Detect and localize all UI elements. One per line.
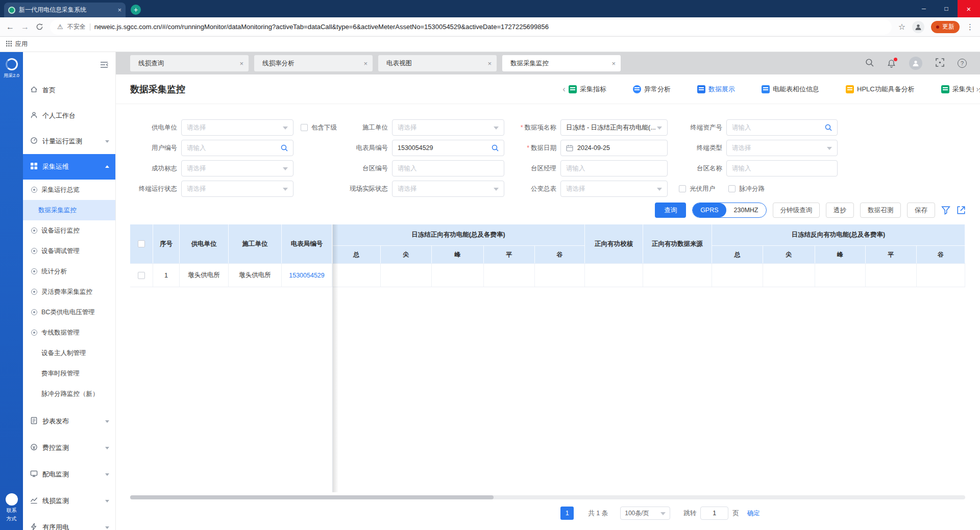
public-transformer-select[interactable]: 请选择: [560, 181, 668, 197]
search-icon[interactable]: [281, 144, 288, 152]
submenu-item-stats[interactable]: 统计分析: [23, 261, 115, 282]
submenu-item-data-monitoring[interactable]: 数据采集监控: [23, 200, 115, 220]
select-all-checkbox[interactable]: [138, 240, 145, 247]
confirm-button[interactable]: 确定: [747, 509, 760, 518]
apps-grid-icon[interactable]: [6, 41, 12, 48]
sidebar-item-label: 费控监测: [42, 443, 101, 452]
page-tab-hplc-analysis[interactable]: HPLC功能具备分析: [846, 85, 915, 94]
meter-no-link[interactable]: 1530054529: [282, 264, 332, 287]
page-tab-data-display[interactable]: 数据展示: [697, 85, 735, 94]
submenu-item-rate-period[interactable]: 费率时段管理: [23, 363, 115, 384]
collapse-menu-icon[interactable]: [100, 61, 108, 70]
sidebar-item-collection[interactable]: 采集运维: [23, 154, 115, 180]
workspace-tab-line-loss-query[interactable]: 线损查询: [130, 55, 249, 71]
query-button[interactable]: 查询: [655, 203, 686, 218]
data-call-button[interactable]: 数据召测: [860, 203, 901, 218]
user-no-input[interactable]: 请输入: [181, 140, 293, 156]
maximize-icon[interactable]: [935, 0, 958, 17]
page-tab-collection-indicator[interactable]: 采集指标: [569, 85, 606, 94]
submenu-item-bc-voltage[interactable]: BC类供电电压管理: [23, 302, 115, 322]
chevron-down-icon: [105, 526, 109, 530]
submenu-item-device-monitor[interactable]: 设备运行监控: [23, 220, 115, 241]
station-no-input[interactable]: 请输入: [392, 160, 504, 176]
address-bar[interactable]: 不安全 neweic.js.sgcc.com.cn/#/com/runningM…: [50, 19, 892, 35]
tab-close-icon[interactable]: [239, 60, 243, 67]
page-number-button[interactable]: 1: [560, 507, 574, 520]
include-sub-checkbox[interactable]: 包含下级: [301, 123, 337, 132]
construction-unit-select[interactable]: 请选择: [392, 119, 504, 136]
jump-page-input[interactable]: 1: [700, 507, 728, 520]
terminal-type-select[interactable]: 请选择: [726, 140, 838, 156]
page-tab-phase-info[interactable]: 电能表相位信息: [762, 85, 819, 94]
submenu-item-device-owner[interactable]: 设备主人制管理: [23, 343, 115, 363]
table-cell: [917, 264, 965, 287]
minimize-icon[interactable]: [913, 0, 935, 17]
notification-dot: [894, 58, 897, 61]
contact-widget[interactable]: 联系 方式: [6, 493, 18, 522]
site-actual-status-select[interactable]: 请选择: [392, 181, 504, 197]
workspace-tab-meter-view[interactable]: 电表视图: [378, 55, 497, 71]
workspace-tab-line-loss-analysis[interactable]: 线损率分析: [254, 55, 373, 71]
browser-menu-icon[interactable]: [966, 22, 974, 32]
meter-no-input[interactable]: 1530054529: [392, 140, 504, 156]
profile-icon[interactable]: [912, 21, 924, 33]
submenu-item-pulse-branch[interactable]: 脉冲分路监控（新）: [23, 384, 115, 404]
terminal-asset-input[interactable]: 请输入: [726, 119, 838, 136]
submenu-item-overview[interactable]: 采集运行总览: [23, 180, 115, 200]
submenu-item-flexible-rate[interactable]: 灵活费率采集监控: [23, 282, 115, 302]
new-tab-icon[interactable]: [131, 5, 141, 15]
close-icon[interactable]: [958, 0, 980, 17]
chevron-left-icon[interactable]: [559, 84, 569, 94]
sidebar-item-metering[interactable]: 计量运行监测: [23, 129, 115, 154]
sidebar-item-line-loss[interactable]: 线损监测: [23, 488, 115, 514]
save-button[interactable]: 保存: [907, 203, 935, 218]
search-icon[interactable]: [865, 58, 874, 68]
sidebar-item-meter-reading[interactable]: 抄表发布: [23, 408, 115, 435]
pulse-branch-checkbox[interactable]: 脉冲分路: [728, 185, 765, 193]
tab-close-icon[interactable]: [611, 60, 616, 67]
scan-icon[interactable]: [936, 58, 944, 68]
chevron-right-icon[interactable]: [974, 83, 979, 95]
search-icon[interactable]: [825, 124, 832, 131]
search-icon[interactable]: [492, 144, 499, 152]
station-name-input[interactable]: 请输入: [726, 160, 838, 176]
row-checkbox[interactable]: [138, 272, 145, 279]
tab-close-icon[interactable]: [117, 6, 121, 14]
gprs-toggle-option[interactable]: GPRS: [693, 203, 726, 217]
refresh-icon[interactable]: [36, 23, 43, 31]
update-button[interactable]: 更新: [931, 21, 960, 33]
mhz-toggle-option[interactable]: 230MHZ: [726, 203, 766, 217]
user-avatar[interactable]: [909, 57, 922, 70]
sidebar-item-orderly-power[interactable]: 有序用电: [23, 514, 115, 530]
pv-user-checkbox[interactable]: 光伏用户: [679, 185, 715, 193]
back-icon[interactable]: [6, 22, 14, 32]
browser-tab[interactable]: 新一代用电信息采集系统: [4, 3, 126, 17]
filter-funnel-icon[interactable]: [941, 206, 950, 215]
forward-icon[interactable]: [21, 22, 29, 32]
supply-unit-select[interactable]: 请选择: [181, 119, 293, 136]
station-manager-input[interactable]: 请输入: [560, 160, 668, 176]
success-flag-select[interactable]: 请选择: [181, 160, 293, 176]
page-size-select[interactable]: 100条/页: [620, 507, 670, 520]
terminal-status-select[interactable]: 请选择: [181, 181, 293, 197]
workspace-tab-data-monitoring[interactable]: 数据采集监控: [502, 55, 621, 71]
tab-close-icon[interactable]: [487, 60, 492, 67]
sidebar-item-distribution[interactable]: 配电监测: [23, 461, 115, 488]
apps-label[interactable]: 应用: [15, 40, 28, 48]
data-item-select[interactable]: 日冻结 - 日冻结正向有功电能(...: [560, 119, 668, 136]
sidebar-item-workbench[interactable]: 个人工作台: [23, 103, 115, 129]
sidebar-item-home[interactable]: 首页: [23, 78, 115, 103]
minute-query-button[interactable]: 分钟级查询: [773, 203, 820, 218]
export-icon[interactable]: [957, 206, 966, 215]
data-date-picker[interactable]: 2024-09-25: [560, 140, 668, 156]
submenu-item-dedicated-line[interactable]: 专线数据管理: [23, 322, 115, 343]
help-icon[interactable]: [958, 59, 967, 68]
bell-icon[interactable]: [887, 59, 896, 68]
submenu-item-device-debug[interactable]: 设备调试管理: [23, 241, 115, 261]
page-tab-anomaly-analysis[interactable]: 异常分析: [633, 85, 671, 94]
bookmark-star-icon[interactable]: [898, 22, 905, 32]
read-through-button[interactable]: 透抄: [826, 203, 854, 218]
sidebar-item-fee-control[interactable]: 费控监测: [23, 435, 115, 461]
horizontal-scrollbar-thumb[interactable]: [130, 495, 494, 499]
tab-close-icon[interactable]: [363, 60, 368, 67]
